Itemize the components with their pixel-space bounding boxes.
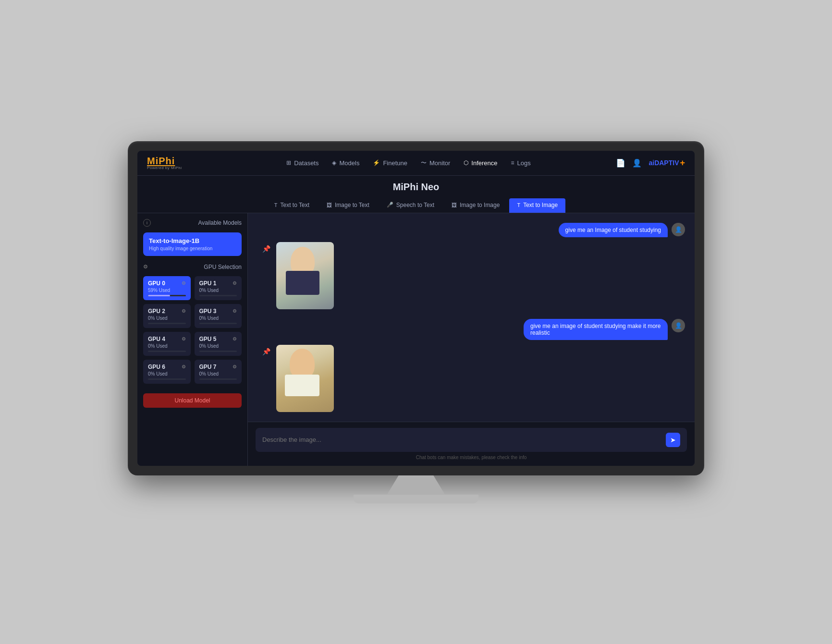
send-icon: ➤ bbox=[670, 436, 676, 444]
gpu-card-6[interactable]: GPU 6 ⚙ 0% Used bbox=[143, 360, 191, 384]
top-navigation: MiPhi Powered by MiPhi ⊞ Datasets ◈ Mode… bbox=[137, 151, 695, 176]
chat-area: give me an Image of student studying 👤 📌 bbox=[248, 213, 695, 466]
gpu-grid: GPU 0 ⚙ 59% Used bbox=[143, 276, 242, 384]
gpu3-progress-bar bbox=[199, 323, 237, 324]
chat-input[interactable] bbox=[262, 436, 661, 443]
gpu4-gear-icon[interactable]: ⚙ bbox=[182, 336, 186, 341]
chat-input-area: ➤ Chat bots can make mistakes, please ch… bbox=[248, 422, 695, 466]
generated-image-1[interactable] bbox=[276, 242, 334, 309]
gpu7-gear-icon[interactable]: ⚙ bbox=[232, 364, 237, 369]
gpu2-name: GPU 2 bbox=[148, 308, 165, 315]
gpu6-usage: 0% Used bbox=[148, 371, 186, 377]
nav-inference[interactable]: ⬡ Inference bbox=[464, 157, 497, 169]
logs-icon: ≡ bbox=[511, 159, 514, 166]
gpu6-gear-icon[interactable]: ⚙ bbox=[182, 364, 186, 369]
nav-datasets[interactable]: ⊞ Datasets bbox=[286, 157, 318, 169]
gpu6-progress-bar bbox=[148, 378, 186, 380]
gpu1-name: GPU 1 bbox=[199, 280, 217, 287]
gpu1-progress-bar bbox=[199, 295, 237, 296]
model-card[interactable]: Text-to-Image-1B High quality image gene… bbox=[143, 232, 242, 256]
gpu1-usage: 0% Used bbox=[199, 288, 237, 293]
finetune-icon: ⚡ bbox=[373, 159, 380, 166]
gpu-card-0[interactable]: GPU 0 ⚙ 59% Used bbox=[143, 276, 191, 300]
nav-models[interactable]: ◈ Models bbox=[332, 157, 359, 169]
gpu-card-3[interactable]: GPU 3 ⚙ 0% Used bbox=[195, 304, 242, 328]
gpu-card-4[interactable]: GPU 4 ⚙ 0% Used bbox=[143, 332, 191, 356]
speech-to-text-icon: 🎤 bbox=[387, 202, 393, 208]
document-button[interactable]: 📄 bbox=[616, 158, 625, 168]
gpu0-progress-bar bbox=[148, 295, 186, 296]
inference-icon: ⬡ bbox=[464, 159, 468, 166]
gpu4-progress-bar bbox=[148, 351, 186, 352]
tab-image-to-image[interactable]: 🖼 Image to Image bbox=[444, 198, 507, 213]
gpu5-gear-icon[interactable]: ⚙ bbox=[232, 336, 237, 341]
student-image-2 bbox=[276, 345, 334, 412]
nav-items: ⊞ Datasets ◈ Models ⚡ Finetune 〜 bbox=[201, 157, 616, 169]
gpu6-name: GPU 6 bbox=[148, 364, 165, 370]
gpu1-gear-icon[interactable]: ⚙ bbox=[232, 280, 237, 286]
nav-monitor[interactable]: 〜 Monitor bbox=[421, 157, 450, 169]
gpu2-usage: 0% Used bbox=[148, 316, 186, 321]
logo-text: MiPhi bbox=[147, 156, 175, 166]
unload-model-button[interactable]: Unload Model bbox=[143, 393, 242, 408]
monitor-icon: 〜 bbox=[421, 159, 427, 167]
pin-area-2: 📌 bbox=[262, 348, 270, 355]
gpu7-progress-bar bbox=[199, 378, 237, 380]
nav-right: 📄 👤 aiDAPTIV+ bbox=[616, 158, 685, 168]
nav-logs[interactable]: ≡ Logs bbox=[511, 157, 531, 169]
gpu2-progress-bar bbox=[148, 323, 186, 324]
info-icon[interactable]: i bbox=[143, 219, 151, 227]
gpu3-gear-icon[interactable]: ⚙ bbox=[232, 308, 237, 314]
user-button[interactable]: 👤 bbox=[632, 158, 642, 168]
monitor-screen: MiPhi Powered by MiPhi ⊞ Datasets ◈ Mode… bbox=[137, 151, 695, 466]
model-card-title: Text-to-Image-1B bbox=[149, 237, 236, 244]
send-button[interactable]: ➤ bbox=[666, 433, 680, 447]
model-card-description: High quality image generation bbox=[149, 246, 236, 251]
monitor-stand-top bbox=[387, 475, 445, 495]
user-message-row-1: give me an Image of student studying 👤 bbox=[257, 223, 685, 237]
gpu-settings-icon: ⚙ bbox=[143, 264, 148, 270]
ai-response-2: 📌 bbox=[257, 345, 685, 412]
user-bubble-1: give me an Image of student studying bbox=[559, 223, 668, 237]
gpu2-gear-icon[interactable]: ⚙ bbox=[182, 308, 186, 314]
text-to-text-icon: T bbox=[274, 202, 278, 208]
chat-input-row: ➤ bbox=[256, 428, 687, 452]
tab-text-to-image[interactable]: T Text to Image bbox=[509, 198, 565, 213]
monitor-body: MiPhi Powered by MiPhi ⊞ Datasets ◈ Mode… bbox=[128, 141, 704, 475]
pin-icon-2[interactable]: 📌 bbox=[262, 348, 270, 355]
image-to-text-icon: 🖼 bbox=[327, 202, 332, 208]
main-layout: i Available Models Text-to-Image-1B High… bbox=[137, 213, 695, 466]
tab-text-to-text[interactable]: T Text to Text bbox=[267, 198, 317, 213]
gpu-card-2[interactable]: GPU 2 ⚙ 0% Used bbox=[143, 304, 191, 328]
tab-image-to-text[interactable]: 🖼 Image to Text bbox=[319, 198, 377, 213]
gpu3-name: GPU 3 bbox=[199, 308, 217, 315]
page-header: MiPhi Neo T Text to Text 🖼 Image to Text… bbox=[137, 176, 695, 213]
gpu-card-5[interactable]: GPU 5 ⚙ 0% Used bbox=[195, 332, 242, 356]
gpu0-name: GPU 0 bbox=[148, 280, 165, 287]
gpu-selection-label: GPU Selection bbox=[204, 264, 242, 270]
page-title: MiPhi Neo bbox=[137, 182, 695, 193]
gpu-card-7[interactable]: GPU 7 ⚙ 0% Used bbox=[195, 360, 242, 384]
chat-messages: give me an Image of student studying 👤 📌 bbox=[248, 213, 695, 422]
user-bubble-2: give me an image of student studying mak… bbox=[524, 319, 668, 340]
ai-response-1: 📌 bbox=[257, 242, 685, 309]
user-avatar-2: 👤 bbox=[672, 319, 685, 332]
gpu0-gear-icon[interactable]: ⚙ bbox=[182, 280, 186, 286]
brand-logo: MiPhi Powered by MiPhi bbox=[147, 156, 182, 170]
gpu5-name: GPU 5 bbox=[199, 336, 217, 342]
generated-image-2[interactable] bbox=[276, 345, 334, 412]
available-models-header: i Available Models bbox=[143, 219, 242, 227]
gpu4-usage: 0% Used bbox=[148, 343, 186, 349]
pin-icon-1[interactable]: 📌 bbox=[262, 245, 270, 253]
nav-finetune[interactable]: ⚡ Finetune bbox=[373, 157, 407, 169]
message-group-1: give me an Image of student studying 👤 📌 bbox=[257, 223, 685, 309]
tab-speech-to-text[interactable]: 🎤 Speech to Text bbox=[379, 198, 442, 213]
gpu5-progress-bar bbox=[199, 351, 237, 352]
image-to-image-icon: 🖼 bbox=[452, 202, 457, 208]
text-to-image-icon: T bbox=[517, 202, 520, 208]
aidaptiv-badge: aiDAPTIV+ bbox=[648, 158, 685, 168]
gpu0-usage: 59% Used bbox=[148, 288, 186, 293]
gpu-card-1[interactable]: GPU 1 ⚙ 0% Used bbox=[195, 276, 242, 300]
student-image-1 bbox=[276, 242, 334, 309]
chat-footer-note: Chat bots can make mistakes, please chec… bbox=[256, 455, 687, 460]
